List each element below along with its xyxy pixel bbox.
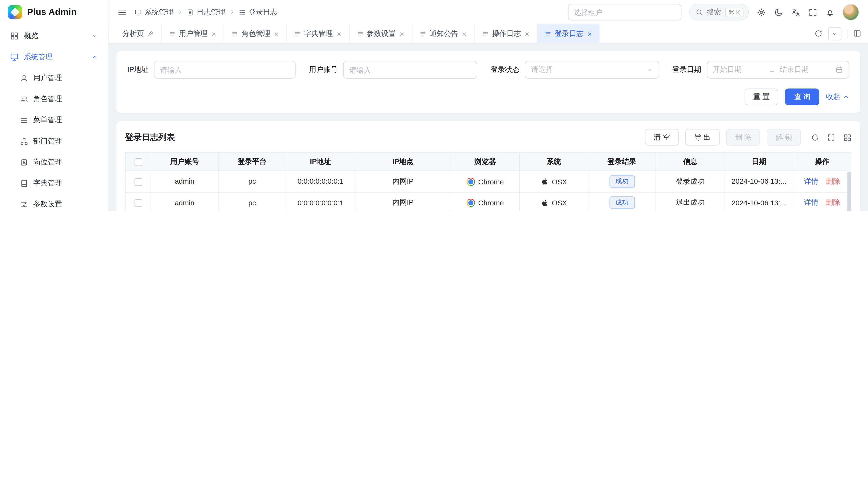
cell-message: 登录成功 [656,171,725,192]
moon-icon[interactable] [774,7,783,17]
row-checkbox[interactable] [134,199,142,207]
tab-close-icon[interactable]: × [336,30,342,37]
breadcrumb-item-log-mgmt[interactable]: 日志管理 [187,7,225,17]
cell-ip: 0:0:0:0:0:0:0:1 [286,192,355,211]
cell-browser: Chrome [451,192,520,211]
delete-link[interactable]: 删除 [826,198,840,206]
table-scrollbar[interactable] [847,172,851,211]
global-search-button[interactable]: 搜索 ⌘ K [689,4,749,21]
tab-options-button[interactable] [828,27,841,40]
tab[interactable]: 操作日志 × [474,24,537,43]
refresh-icon[interactable] [811,133,819,141]
cell-os: OSX [520,171,588,192]
tab-close-icon[interactable]: × [211,30,217,37]
date-range-picker[interactable]: 开始日期 → 结束日期 [707,61,849,78]
ip-filter-label: IP地址 [127,65,149,75]
cell-message: 退出成功 [656,192,725,211]
top-header: 系统管理 日志管理 登录日志 搜索 ⌘ K [108,0,868,24]
sidebar-item-role-mgmt[interactable]: 角色管理 [4,89,103,109]
apple-icon [541,199,549,207]
tab[interactable]: 角色管理 × [224,24,286,43]
tab-page-icon [231,30,238,37]
table-row: admin pc 0:0:0:0:0:0:0:1 内网IP Chrome [125,171,851,192]
tab-page-icon [294,30,301,37]
refresh-icon[interactable] [814,29,823,38]
delete-link[interactable]: 删除 [826,177,840,185]
pin-icon [147,30,154,37]
breadcrumb-item-login-log[interactable]: 登录日志 [239,7,278,17]
sidebar-item-system-mgmt[interactable]: 系统管理 [4,46,103,67]
tab[interactable]: 通知公告 × [412,24,474,43]
reset-button[interactable]: 重 置 [744,89,778,105]
tab-close-icon[interactable]: × [524,30,530,37]
translate-icon[interactable] [791,7,801,17]
detail-link[interactable]: 详情 [804,177,818,185]
log-icon [187,9,194,16]
tab-close-icon[interactable]: × [399,30,404,37]
list-icon [20,116,28,124]
tab[interactable]: 用户管理 × [161,24,224,43]
breadcrumb-item-system[interactable]: 系统管理 [134,7,173,17]
cell-result: 成功 [588,171,656,192]
gear-icon[interactable] [756,7,766,17]
status-filter-select[interactable]: 请选择 [525,61,659,78]
row-checkbox[interactable] [134,178,142,186]
tab-page-icon [169,30,176,37]
fullscreen-icon[interactable] [808,7,817,17]
bell-icon[interactable] [825,7,835,17]
date-start-placeholder: 开始日期 [713,65,764,75]
delete-button[interactable]: 删 除 [726,129,760,146]
query-button[interactable]: 查 询 [785,89,819,105]
tab[interactable]: 参数设置 × [349,24,412,43]
sidebar-item-param-settings[interactable]: 参数设置 [4,194,103,211]
select-all-checkbox[interactable] [134,158,142,166]
search-icon [695,8,703,16]
chevron-up-icon [91,54,98,61]
logo-row[interactable]: Plus Admin [0,0,108,24]
sidebar-menu: 概览 系统管理 用户管理 角色管理 菜单管理 部门 [0,24,108,211]
tab[interactable]: 字典管理 × [286,24,349,43]
ip-filter-input[interactable] [154,61,296,78]
system-icon [10,53,19,61]
tab-close-icon[interactable]: × [587,30,592,37]
sidebar-item-post-mgmt[interactable]: 岗位管理 [4,152,103,172]
app-window: Plus Admin 概览 系统管理 用户管理 角色管理 [0,0,868,211]
tab-page-icon [357,30,364,37]
login-log-panel: 登录日志列表 清 空 导 出 删 除 解 锁 [116,121,860,211]
tab-close-icon[interactable]: × [462,30,467,37]
tab[interactable]: 登录日志 × [537,24,600,43]
tab-page-icon [482,30,489,37]
sidebar-item-dept-mgmt[interactable]: 部门管理 [4,131,103,152]
chrome-icon [467,178,475,186]
cell-actions: 详情 删除 [793,192,851,211]
user-avatar[interactable] [842,4,859,21]
sidebar-item-dict-mgmt[interactable]: 字典管理 [4,172,103,194]
collapse-filters-button[interactable]: 收起 [826,92,849,102]
cell-date: 2024-10-06 13:... [725,171,793,192]
sidebar-item-menu-mgmt[interactable]: 菜单管理 [4,110,103,131]
column-header: 浏览器 [451,153,520,171]
sidebar-item-overview[interactable]: 概览 [4,26,103,46]
fullscreen-icon[interactable] [827,133,835,141]
cell-browser: Chrome [451,171,520,192]
tab[interactable]: 分析页 × [115,24,161,43]
hamburger-menu-icon[interactable] [117,7,127,17]
cell-date: 2024-10-06 13:... [725,192,793,211]
tenant-select-input[interactable] [568,4,681,21]
range-arrow-icon: → [768,66,775,74]
layout-panel-icon[interactable] [853,29,861,38]
unlock-button[interactable]: 解 锁 [767,129,801,146]
status-filter-label: 登录状态 [491,65,519,75]
export-button[interactable]: 导 出 [685,129,719,146]
chrome-icon [467,199,475,207]
tab-close-icon[interactable]: × [274,30,279,37]
account-filter-input[interactable] [343,61,477,78]
sidebar-item-user-mgmt[interactable]: 用户管理 [4,67,103,89]
chevron-down-icon [91,33,98,39]
user-icon [20,74,28,82]
column-settings-icon[interactable] [843,133,851,141]
column-header: 信息 [656,153,725,171]
detail-link[interactable]: 详情 [804,198,818,206]
panel-title: 登录日志列表 [125,132,175,143]
clear-button[interactable]: 清 空 [645,129,679,146]
